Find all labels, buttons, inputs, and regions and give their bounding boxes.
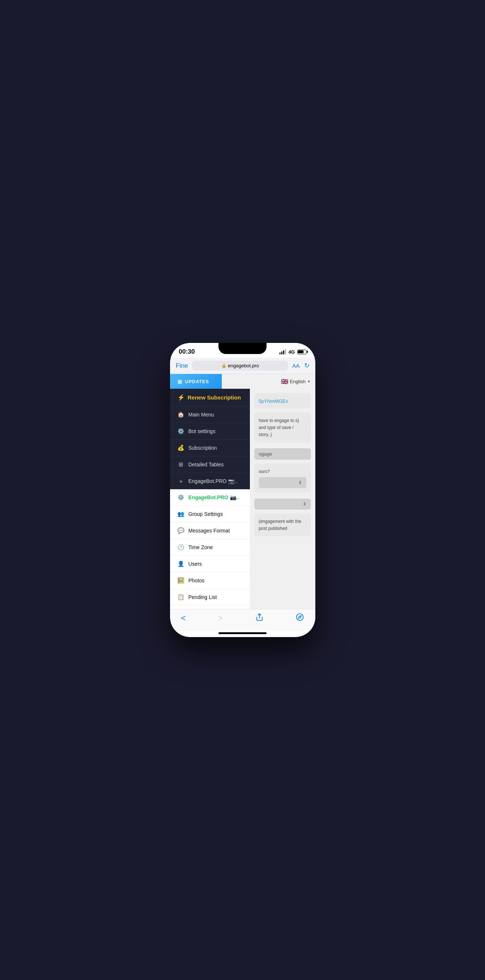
renew-subscription-item[interactable]: ⚡ Renew Subscription xyxy=(170,389,250,406)
photos-icon: 🖼️ xyxy=(177,577,185,584)
network-type: 4G xyxy=(288,349,295,355)
sidebar-light-section: ⚙️ EngageBot.PRO 📷.. 👥 Group Settings 💬 … xyxy=(170,489,250,609)
engagebot-dark-label: EngageBot.PRO 📷.. xyxy=(188,478,237,484)
nav-forward-button[interactable]: > xyxy=(218,613,223,623)
photos-label: Photos xyxy=(188,578,205,584)
tables-icon: ⊞ xyxy=(177,461,185,468)
header-right: 🇬🇧 English ▼ xyxy=(222,374,315,389)
sidebar-item-users[interactable]: 👤 Users xyxy=(170,556,250,573)
compass-button[interactable] xyxy=(296,613,304,624)
sidebar-item-bot-settings[interactable]: ⚙️ Bot settings xyxy=(170,423,250,440)
sidebar-item-detailed-tables[interactable]: ⊞ Detailed Tables xyxy=(170,457,250,473)
sidebar-item-photos[interactable]: 🖼️ Photos xyxy=(170,573,250,589)
engagebot-pro-label: EngageBot.PRO 📷.. xyxy=(188,495,239,500)
renew-subscription-label: Renew Subscription xyxy=(188,394,241,401)
bottom-nav: < > xyxy=(170,609,315,631)
pending-list-label: Pending List xyxy=(188,594,217,600)
updates-icon: ▦ xyxy=(177,379,182,384)
main-menu-label: Main Menu xyxy=(188,412,214,418)
users-label: Users xyxy=(188,561,202,567)
group-settings-label: Group Settings xyxy=(188,511,223,517)
content-description: have to engage to s) and type of save / … xyxy=(259,418,299,437)
url-text: engagebot.pro xyxy=(228,363,259,368)
lock-icon: 🔒 xyxy=(222,363,227,368)
sidebar-item-pending-list[interactable]: 📋 Pending List xyxy=(170,589,250,606)
sidebar-item-premium-users[interactable]: ☆ Premium Users xyxy=(170,606,250,609)
phone-frame: 00:30 4G Fine 🔒 engagebot.pro xyxy=(170,343,315,637)
content-question: ours? xyxy=(259,469,270,474)
users-icon: 👤 xyxy=(177,561,185,567)
aa-button[interactable]: AA xyxy=(292,363,300,369)
sidebar-item-main-menu[interactable]: 🏠 Main Menu xyxy=(170,406,250,423)
engagebot-arrows-icon: » xyxy=(177,478,185,484)
content-link[interactable]: 5pYNmMGEx xyxy=(259,398,288,404)
signal-bar-4 xyxy=(285,349,286,355)
svg-marker-2 xyxy=(299,616,302,619)
flag-icon: 🇬🇧 xyxy=(281,378,288,385)
battery-fill xyxy=(298,350,303,353)
lightning-icon: ⚡ xyxy=(177,394,185,401)
browser-url-bar[interactable]: 🔒 engagebot.pro xyxy=(192,361,289,371)
content-inner: 5pYNmMGEx have to engage to s) and type … xyxy=(250,389,315,541)
content-card-link: 5pYNmMGEx xyxy=(254,393,311,409)
time-zone-label: Time Zone xyxy=(188,544,213,550)
language-dropdown[interactable]: 🇬🇧 English ▼ xyxy=(281,378,311,385)
notch xyxy=(219,343,266,354)
status-icons: 4G xyxy=(279,349,306,355)
subscription-icon: 💰 xyxy=(177,445,185,451)
svg-point-1 xyxy=(297,614,303,620)
site-header: ▦ UPDATES 🇬🇧 English ▼ xyxy=(170,374,315,389)
engagebot-gear-icon: ⚙️ xyxy=(177,494,185,501)
updates-label: UPDATES xyxy=(185,379,209,384)
clock-icon: 🕐 xyxy=(177,544,185,550)
home-icon: 🏠 xyxy=(177,411,185,418)
home-indicator xyxy=(219,632,266,634)
language-label: English xyxy=(290,379,306,384)
signal-bar-2 xyxy=(281,352,282,355)
signal-bar-3 xyxy=(283,350,284,355)
sidebar-menu: ⚡ Renew Subscription 🏠 Main Menu ⚙️ Bot … xyxy=(170,389,250,609)
browser-actions: AA ↻ xyxy=(292,362,309,369)
engage-input[interactable]: ngage xyxy=(254,448,311,460)
messages-icon: 💬 xyxy=(177,527,185,534)
bot-settings-label: Bot settings xyxy=(188,428,215,434)
select-arrows-icon-1: ⇕ xyxy=(298,480,302,485)
refresh-icon[interactable]: ↻ xyxy=(304,362,310,369)
sidebar-dark-section: ⚡ Renew Subscription 🏠 Main Menu ⚙️ Bot … xyxy=(170,389,250,489)
select-dropdown-1[interactable]: ⇕ xyxy=(259,477,306,488)
content-card-description: have to engage to s) and type of save / … xyxy=(254,412,311,442)
signal-bars xyxy=(279,349,286,355)
sidebar-item-subscription[interactable]: 💰 Subscription xyxy=(170,440,250,457)
status-time: 00:30 xyxy=(179,348,195,355)
phone-screen: 00:30 4G Fine 🔒 engagebot.pro xyxy=(170,343,315,637)
sidebar-item-engagebot-dark[interactable]: » EngageBot.PRO 📷.. xyxy=(170,473,250,489)
sidebar-item-messages-format[interactable]: 💬 Messages Format xyxy=(170,522,250,539)
sidebar-item-engagebot-pro[interactable]: ⚙️ EngageBot.PRO 📷.. xyxy=(170,489,250,506)
group-icon: 👥 xyxy=(177,511,185,517)
updates-tab[interactable]: ▦ UPDATES xyxy=(170,374,222,389)
sidebar-item-group-settings[interactable]: 👥 Group Settings xyxy=(170,506,250,522)
content-bottom-text: (engagement with the post published xyxy=(259,519,301,531)
subscription-label: Subscription xyxy=(188,445,217,451)
main-content-area: 5pYNmMGEx have to engage to s) and type … xyxy=(250,389,315,609)
battery-icon xyxy=(297,350,306,355)
signal-bar-1 xyxy=(279,353,281,355)
select-dropdown-2[interactable]: ⇕ xyxy=(254,498,311,509)
gear-icon: ⚙️ xyxy=(177,428,185,434)
pending-list-icon: 📋 xyxy=(177,594,185,600)
content-card-bottom: (engagement with the post published xyxy=(254,513,311,536)
browser-back-button[interactable]: Fine xyxy=(176,362,188,369)
content-area: ▦ UPDATES 🇬🇧 English ▼ xyxy=(170,374,315,609)
nav-back-button[interactable]: < xyxy=(181,613,186,623)
detailed-tables-label: Detailed Tables xyxy=(188,461,223,468)
content-card-question: ours? ⇕ xyxy=(254,463,311,493)
browser-bar: Fine 🔒 engagebot.pro AA ↻ xyxy=(170,358,315,374)
share-button[interactable] xyxy=(255,613,263,624)
overlay-layout: ⚡ Renew Subscription 🏠 Main Menu ⚙️ Bot … xyxy=(170,389,315,609)
sidebar-item-time-zone[interactable]: 🕐 Time Zone xyxy=(170,539,250,556)
dropdown-arrow-icon: ▼ xyxy=(307,380,311,383)
messages-format-label: Messages Format xyxy=(188,528,230,534)
select-arrows-icon-2: ⇕ xyxy=(303,501,306,507)
